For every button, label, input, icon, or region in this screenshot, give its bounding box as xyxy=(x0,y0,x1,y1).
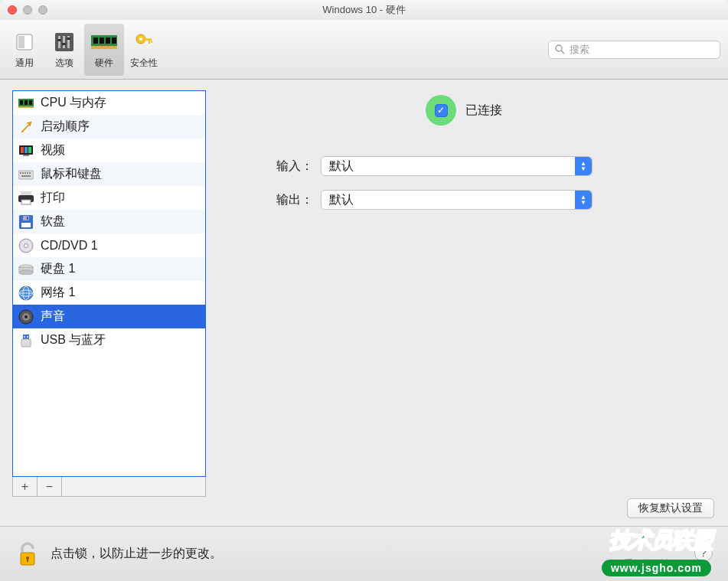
svg-rect-29 xyxy=(24,147,28,153)
output-select[interactable]: 默认 ▲▼ xyxy=(321,190,593,210)
video-icon xyxy=(18,142,34,159)
sidebar-item-label: 鼠标和键盘 xyxy=(41,166,102,182)
restore-defaults-button[interactable]: 恢复默认设置 xyxy=(627,498,714,518)
sliders-icon xyxy=(51,29,77,55)
search-input[interactable]: 搜索 xyxy=(548,41,720,59)
sound-icon xyxy=(18,308,34,325)
watermark-logo: 技术员联盟 xyxy=(609,526,713,555)
output-label: 输出： xyxy=(260,192,313,208)
svg-rect-19 xyxy=(151,41,152,43)
sidebar-item-video[interactable]: 视频 xyxy=(13,139,205,162)
content: CPU 与内存 启动顺序 视频 鼠标和键盘 打印 xyxy=(0,80,728,526)
svg-point-50 xyxy=(19,270,33,275)
sidebar-item-label: 视频 xyxy=(41,142,65,158)
window-title: Windows 10 - 硬件 xyxy=(0,3,728,17)
hdd-icon xyxy=(18,261,34,278)
svg-rect-12 xyxy=(106,38,110,44)
svg-rect-1 xyxy=(18,36,24,48)
connected-indicator: ✓ 已连接 xyxy=(418,95,502,126)
sidebar-item-label: USB 与蓝牙 xyxy=(41,332,106,348)
sidebar-item-optical[interactable]: CD/DVD 1 xyxy=(13,233,205,257)
toolbar-label: 硬件 xyxy=(95,57,113,70)
sidebar-item-hdd[interactable]: 硬盘 1 xyxy=(13,257,205,281)
svg-rect-3 xyxy=(58,36,60,48)
svg-point-61 xyxy=(27,336,28,338)
svg-rect-59 xyxy=(21,339,31,347)
boot-icon xyxy=(18,119,34,135)
ram-icon xyxy=(91,29,117,55)
connected-checkbox[interactable]: ✓ xyxy=(435,104,448,117)
toolbar-hardware[interactable]: 硬件 xyxy=(84,24,124,76)
settings-window: Windows 10 - 硬件 通用 选项 硬件 安全性 xyxy=(0,0,728,581)
key-icon xyxy=(131,29,157,55)
search-icon xyxy=(555,44,565,54)
hardware-list[interactable]: CPU 与内存 启动顺序 视频 鼠标和键盘 打印 xyxy=(12,90,206,477)
network-icon xyxy=(18,285,34,302)
svg-rect-39 xyxy=(21,191,31,195)
printer-icon xyxy=(18,190,34,207)
svg-rect-25 xyxy=(29,100,32,105)
sidebar-item-boot[interactable]: 启动顺序 xyxy=(13,115,205,139)
titlebar: Windows 10 - 硬件 xyxy=(0,0,728,20)
svg-rect-31 xyxy=(23,155,29,156)
input-label: 输入： xyxy=(260,158,313,175)
svg-rect-10 xyxy=(93,38,98,44)
svg-rect-17 xyxy=(144,38,152,41)
sound-form: 输入： 默认 ▲▼ 输出： 默认 ▲▼ xyxy=(206,156,714,210)
dropdown-caret-icon: ▲▼ xyxy=(575,191,592,209)
toolbar-label: 通用 xyxy=(15,57,34,70)
svg-rect-14 xyxy=(91,46,117,49)
optical-icon xyxy=(18,237,34,254)
sidebar-item-label: 打印 xyxy=(41,190,65,206)
svg-rect-36 xyxy=(27,172,28,174)
toolbar-general[interactable]: 通用 xyxy=(5,24,44,76)
sidebar-item-keyboard[interactable]: 鼠标和键盘 xyxy=(13,162,205,186)
sidebar-item-sound[interactable]: 声音 xyxy=(13,305,205,328)
keyboard-icon xyxy=(18,166,34,183)
input-select[interactable]: 默认 ▲▼ xyxy=(321,156,593,176)
connected-label: 已连接 xyxy=(465,103,502,119)
usb-icon xyxy=(18,332,34,349)
svg-rect-30 xyxy=(28,147,31,153)
svg-point-60 xyxy=(24,336,25,338)
svg-rect-34 xyxy=(22,172,24,174)
svg-rect-37 xyxy=(29,172,31,174)
sidebar-item-network[interactable]: 网络 1 xyxy=(13,281,205,305)
lock-hint: 点击锁，以防止进一步的更改。 xyxy=(51,546,222,562)
svg-rect-13 xyxy=(112,38,116,44)
cpu-icon xyxy=(18,95,34,112)
sidebar-item-label: CD/DVD 1 xyxy=(41,239,98,253)
remove-button[interactable]: − xyxy=(38,477,62,496)
svg-rect-11 xyxy=(100,38,104,44)
sidebar-item-cpu[interactable]: CPU 与内存 xyxy=(13,91,205,115)
add-remove-bar: + − xyxy=(12,477,206,497)
dropdown-caret-icon: ▲▼ xyxy=(575,157,592,175)
sidebar-item-print[interactable]: 打印 xyxy=(13,186,205,210)
sidebar-item-usb[interactable]: USB 与蓝牙 xyxy=(13,328,205,352)
sidebar-item-label: CPU 与内存 xyxy=(41,95,106,111)
svg-point-57 xyxy=(24,315,28,318)
svg-rect-45 xyxy=(27,217,28,220)
sidebar-item-label: 硬盘 1 xyxy=(41,261,75,277)
add-button[interactable]: + xyxy=(13,477,38,496)
svg-rect-41 xyxy=(21,200,31,204)
sidebar-item-label: 网络 1 xyxy=(41,285,75,301)
svg-rect-38 xyxy=(21,175,31,177)
svg-rect-4 xyxy=(63,36,65,48)
toolbar-label: 选项 xyxy=(55,57,73,70)
svg-rect-28 xyxy=(21,147,24,153)
svg-rect-64 xyxy=(27,559,28,562)
svg-line-21 xyxy=(561,51,564,54)
toolbar-options[interactable]: 选项 xyxy=(44,24,84,76)
floppy-icon xyxy=(18,214,34,230)
svg-rect-23 xyxy=(20,100,23,105)
sidebar-item-label: 软盘 xyxy=(41,214,65,230)
output-value: 默认 xyxy=(329,192,354,208)
lock-icon[interactable] xyxy=(14,540,41,568)
watermark-url: www.jsgho.com xyxy=(602,560,711,576)
svg-point-20 xyxy=(556,45,562,51)
sidebar-item-floppy[interactable]: 软盘 xyxy=(13,210,205,233)
svg-rect-43 xyxy=(21,223,31,227)
toolbar-security[interactable]: 安全性 xyxy=(124,24,164,76)
sidebar: CPU 与内存 启动顺序 视频 鼠标和键盘 打印 xyxy=(12,90,206,526)
